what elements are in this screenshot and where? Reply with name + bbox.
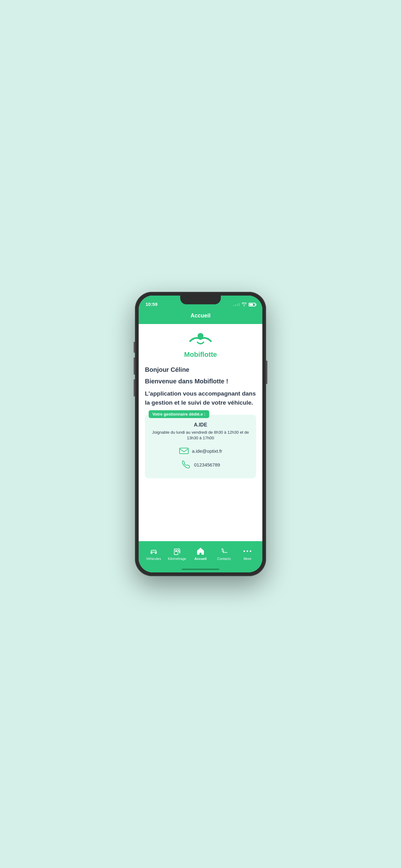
manager-badge: Votre gestionnaire dédié.e :: [149, 410, 209, 418]
tab-accueil-label: Accueil: [194, 557, 206, 561]
logo-area: Mobiflotte: [145, 332, 256, 359]
logo-text: Mobiflotte: [184, 350, 217, 359]
home-icon: [196, 547, 205, 556]
nav-header: Accueil: [139, 309, 262, 324]
battery-icon: [248, 303, 256, 307]
side-button-power: [266, 361, 267, 384]
svg-point-8: [250, 551, 252, 552]
svg-point-2: [151, 553, 153, 554]
welcome-text: Bienvenue dans Mobiflotte !: [145, 378, 256, 385]
manager-name: A.IDE: [150, 422, 251, 428]
contacts-phone-icon: [220, 547, 228, 556]
tab-contacts-label: Contacts: [218, 557, 231, 561]
tab-more[interactable]: More: [236, 547, 259, 561]
home-indicator: [139, 566, 262, 572]
tab-vehicules-label: Véhicules: [146, 557, 161, 561]
svg-point-6: [244, 551, 245, 552]
side-button-mute: [134, 342, 135, 353]
phone-row[interactable]: 0123456789: [150, 460, 251, 470]
email-row[interactable]: a.ide@optixt.fr: [150, 446, 251, 456]
tab-kilometrage[interactable]: Kilométrage: [165, 547, 189, 561]
notch: [180, 296, 221, 304]
main-content: Mobiflotte Bonjour Céline Bienvenue dans…: [139, 324, 262, 541]
email-icon: [179, 446, 189, 456]
svg-rect-1: [179, 448, 188, 454]
manager-hours: Joignable du lundi au vendredi de 8h30 à…: [150, 430, 251, 441]
svg-point-3: [155, 553, 156, 554]
tab-accueil[interactable]: Accueil: [189, 547, 212, 561]
car-icon: [149, 547, 158, 556]
side-button-vol-up: [134, 358, 135, 375]
more-icon: [243, 547, 252, 556]
manager-phone: 0123456789: [194, 462, 220, 467]
phone-screen: 10:59 Accueil: [139, 296, 262, 572]
status-time: 10:59: [145, 302, 157, 307]
signal-icon: [233, 303, 240, 306]
tab-vehicules[interactable]: Véhicules: [142, 547, 165, 561]
svg-point-7: [247, 551, 248, 552]
home-bar: [182, 569, 219, 570]
phone-frame: 10:59 Accueil: [135, 292, 266, 576]
side-button-vol-down: [134, 379, 135, 397]
tab-bar: Véhicules Kilométrage: [139, 541, 262, 566]
manager-email: a.ide@optixt.fr: [192, 448, 222, 454]
nav-title: Accueil: [191, 312, 210, 319]
wifi-icon: [241, 303, 247, 307]
tab-contacts[interactable]: Contacts: [212, 547, 236, 561]
tab-kilometrage-label: Kilométrage: [168, 557, 186, 561]
mobiflotte-logo-icon: [188, 332, 213, 349]
svg-rect-5: [175, 550, 177, 552]
status-icons: [233, 303, 256, 307]
description-text: L'application vous accompagnant dans la …: [145, 389, 256, 407]
manager-card: Votre gestionnaire dédié.e : A.IDE Joign…: [145, 415, 256, 478]
fuel-icon: [173, 547, 181, 556]
greeting-text: Bonjour Céline: [145, 366, 256, 373]
phone-contact-icon: [181, 460, 191, 470]
tab-more-label: More: [244, 557, 252, 561]
